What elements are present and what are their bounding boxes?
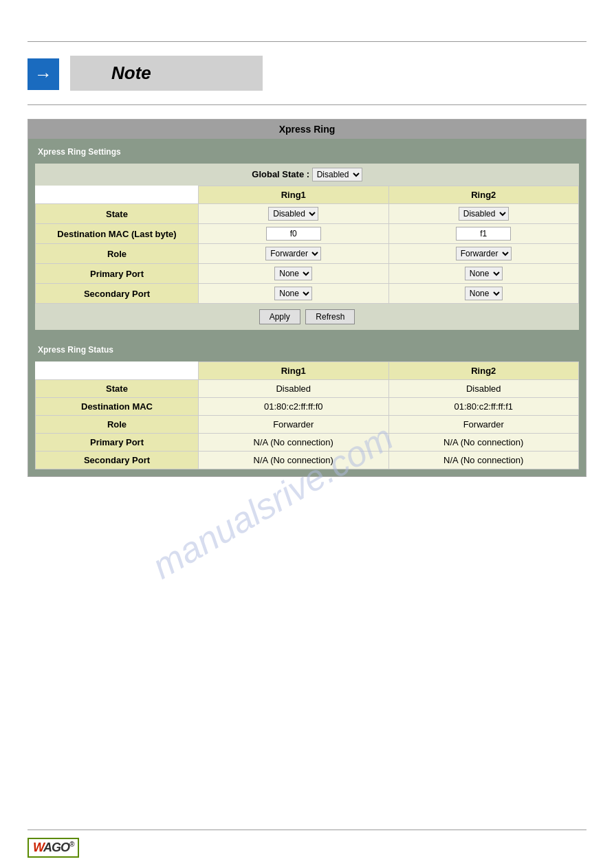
table-row: Primary Port N/A (No connection) N/A (No… xyxy=(36,434,579,452)
status-row-label-role: Role xyxy=(36,416,199,434)
ring2-primary-select[interactable]: None xyxy=(465,267,503,280)
status-ring2-primary: N/A (No connection) xyxy=(388,434,579,452)
ring2-secondary-select[interactable]: None xyxy=(465,287,503,300)
note-arrow-icon: → xyxy=(28,58,59,90)
ring2-header: Ring2 xyxy=(388,186,579,204)
status-row-label-secondary: Secondary Port xyxy=(36,452,199,469)
table-row: Destination MAC (Last byte) xyxy=(36,224,579,244)
status-title: Xpress Ring Status xyxy=(35,344,579,356)
ring1-primary-select[interactable]: None xyxy=(274,267,312,280)
ring2-state-cell: Disabled Enabled xyxy=(388,204,579,224)
ring1-mac-input[interactable] xyxy=(266,227,321,241)
status-ring1-mac: 01:80:c2:ff:ff:f0 xyxy=(199,398,389,416)
wago-logo: WAGO® xyxy=(28,838,79,858)
buttons-row: Apply Refresh xyxy=(35,304,579,330)
table-row: Secondary Port N/A (No connection) N/A (… xyxy=(36,452,579,469)
settings-title: Xpress Ring Settings xyxy=(35,146,579,158)
note-section: → Note xyxy=(28,56,586,91)
global-state-select[interactable]: Disabled Enabled xyxy=(312,168,362,181)
status-ring2-role: Forwarder xyxy=(388,416,579,434)
ring2-role-select[interactable]: Forwarder Manager xyxy=(456,247,512,260)
row-label-state: State xyxy=(36,204,199,224)
apply-button[interactable]: Apply xyxy=(259,309,300,324)
global-state-row: Global State : Disabled Enabled xyxy=(35,164,579,186)
table-row: Secondary Port None None xyxy=(36,284,579,304)
row-label-mac: Destination MAC (Last byte) xyxy=(36,224,199,244)
ring2-mac-cell xyxy=(388,224,579,244)
settings-section: Xpress Ring Settings Global State : Disa… xyxy=(28,139,586,337)
ring2-role-cell: Forwarder Manager xyxy=(388,244,579,264)
ring-settings-table: Ring1 Ring2 State Disabled Enabled xyxy=(35,186,579,304)
status-ring2-state: Disabled xyxy=(388,380,579,398)
row-label-role: Role xyxy=(36,244,199,264)
note-title: Note xyxy=(70,56,263,91)
status-ring2-secondary: N/A (No connection) xyxy=(388,452,579,469)
global-state-label: Global State : xyxy=(252,169,309,179)
settings-inner: Global State : Disabled Enabled Ring1 Ri… xyxy=(35,164,579,330)
status-row-label-mac: Destination MAC xyxy=(36,398,199,416)
row-label-secondary: Secondary Port xyxy=(36,284,199,304)
row-label-primary: Primary Port xyxy=(36,264,199,284)
main-content: Xpress Ring Xpress Ring Settings Global … xyxy=(28,119,586,477)
table-row: State Disabled Disabled xyxy=(36,380,579,398)
wago-logo-text: WAGO® xyxy=(33,841,74,855)
status-table: Ring1 Ring2 State Disabled Disabled Dest… xyxy=(35,361,579,469)
ring2-mac-input[interactable] xyxy=(456,227,511,241)
status-ring1-secondary: N/A (No connection) xyxy=(199,452,389,469)
table-row: Primary Port None None xyxy=(36,264,579,284)
status-row-label-primary: Primary Port xyxy=(36,434,199,452)
table-row: Destination MAC 01:80:c2:ff:ff:f0 01:80:… xyxy=(36,398,579,416)
ring2-secondary-cell: None xyxy=(388,284,579,304)
mid-rule xyxy=(28,104,586,105)
status-row-label-state: State xyxy=(36,380,199,398)
table-row: State Disabled Enabled Disabled xyxy=(36,204,579,224)
ring2-state-select[interactable]: Disabled Enabled xyxy=(459,207,509,221)
ring1-role-select[interactable]: Forwarder Manager xyxy=(265,247,321,260)
ring1-header: Ring1 xyxy=(199,186,389,204)
ring1-secondary-select[interactable]: None xyxy=(274,287,312,300)
ring1-secondary-cell: None xyxy=(199,284,389,304)
bottom-rule xyxy=(28,830,586,830)
status-ring1-primary: N/A (No connection) xyxy=(199,434,389,452)
status-ring1-header: Ring1 xyxy=(199,362,389,380)
empty-header xyxy=(36,186,199,204)
xpress-panel: Xpress Ring Xpress Ring Settings Global … xyxy=(28,119,586,477)
table-row: Role Forwarder Forwarder xyxy=(36,416,579,434)
ring1-role-cell: Forwarder Manager xyxy=(199,244,389,264)
top-rule xyxy=(28,41,586,42)
ring1-state-select[interactable]: Disabled Enabled xyxy=(268,207,318,221)
ring2-primary-cell: None xyxy=(388,264,579,284)
wago-logo-box: WAGO® xyxy=(28,838,79,858)
ring1-state-cell: Disabled Enabled xyxy=(199,204,389,224)
status-ring2-header: Ring2 xyxy=(388,362,579,380)
ring1-mac-cell xyxy=(199,224,389,244)
refresh-button[interactable]: Refresh xyxy=(305,309,355,324)
table-row: Role Forwarder Manager Forwarder xyxy=(36,244,579,264)
status-section: Xpress Ring Status Ring1 Ring2 State Dis… xyxy=(28,337,586,476)
status-ring1-state: Disabled xyxy=(199,380,389,398)
status-ring1-role: Forwarder xyxy=(199,416,389,434)
status-ring2-mac: 01:80:c2:ff:ff:f1 xyxy=(388,398,579,416)
ring1-primary-cell: None xyxy=(199,264,389,284)
status-empty-header xyxy=(36,362,199,380)
panel-title: Xpress Ring xyxy=(28,120,586,139)
